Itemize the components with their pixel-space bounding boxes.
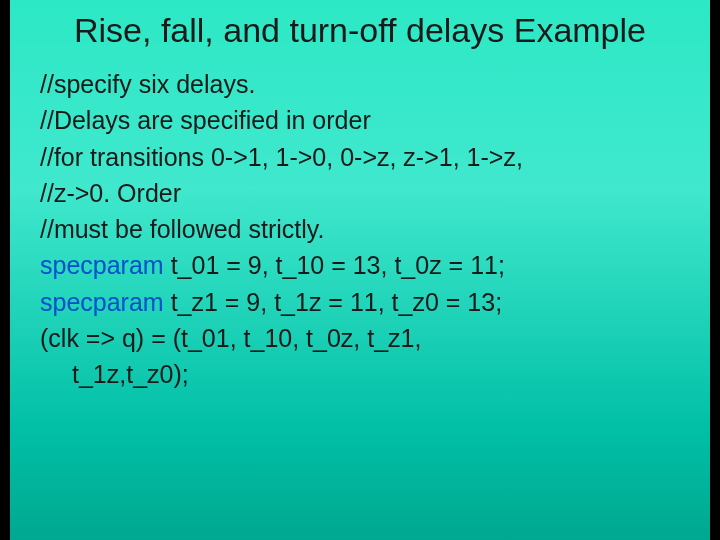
path-delay-line-2: t_1z,t_z0);: [40, 356, 690, 392]
slide: Rise, fall, and turn-off delays Example …: [10, 0, 710, 540]
keyword-specparam-2: specparam: [40, 288, 171, 316]
specparam-params-2: t_z1 = 9, t_1z = 11, t_z0 = 13;: [171, 288, 502, 316]
specparam-line-1: specparam t_01 = 9, t_10 = 13, t_0z = 11…: [40, 247, 690, 283]
specparam-params-1: t_01 = 9, t_10 = 13, t_0z = 11;: [171, 251, 505, 279]
slide-title: Rise, fall, and turn-off delays Example: [10, 10, 710, 62]
comment-line-4: //z->0. Order: [40, 175, 690, 211]
comment-line-5: //must be followed strictly.: [40, 211, 690, 247]
keyword-specparam-1: specparam: [40, 251, 171, 279]
path-delay-line-1: (clk => q) = (t_01, t_10, t_0z, t_z1,: [40, 320, 690, 356]
comment-line-2: //Delays are specified in order: [40, 102, 690, 138]
comment-line-1: //specify six delays.: [40, 66, 690, 102]
slide-body: //specify six delays. //Delays are speci…: [10, 62, 710, 392]
comment-line-3: //for transitions 0->1, 1->0, 0->z, z->1…: [40, 139, 690, 175]
specparam-line-2: specparam t_z1 = 9, t_1z = 11, t_z0 = 13…: [40, 284, 690, 320]
